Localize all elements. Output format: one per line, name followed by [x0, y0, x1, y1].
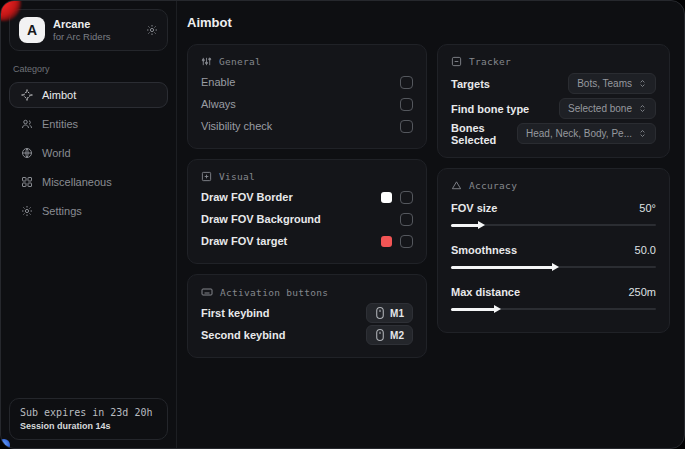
settings-gear-icon[interactable] — [146, 24, 158, 36]
setting-label: First keybind — [201, 307, 269, 319]
section-title: Tracker — [469, 56, 511, 67]
setting-label: FOV size — [451, 202, 497, 214]
sidebar: A Arcane for Arc Riders Category Aimbot — [1, 1, 177, 448]
slider-value: 50° — [639, 202, 656, 214]
main-content: Aimbot General Enable Alw — [177, 1, 684, 448]
sidebar-item-world[interactable]: World — [9, 140, 168, 166]
visibility-check-checkbox[interactable] — [400, 120, 413, 133]
setting-label: Targets — [451, 78, 490, 90]
slider-fill — [451, 224, 480, 227]
setting-row-second-keybind: Second keybind M2 — [201, 324, 413, 346]
max-distance-slider[interactable] — [451, 303, 656, 315]
sidebar-item-entities[interactable]: Entities — [9, 111, 168, 137]
sidebar-item-settings[interactable]: Settings — [9, 198, 168, 224]
always-checkbox[interactable] — [400, 98, 413, 111]
setting-label: Visibility check — [201, 120, 272, 132]
app-name: Arcane — [53, 18, 138, 30]
slider-thumb[interactable] — [494, 305, 501, 313]
setting-label: Draw FOV target — [201, 235, 287, 247]
mouse-icon — [375, 307, 385, 319]
setting-row-fov-background: Draw FOV Background — [201, 208, 413, 230]
general-card: General Enable Always Visibility check — [187, 44, 427, 149]
brand-card: A Arcane for Arc Riders — [9, 9, 168, 51]
second-keybind-button[interactable]: M2 — [366, 325, 413, 345]
setting-label: Bones Selected — [451, 122, 517, 146]
sidebar-item-aimbot[interactable]: Aimbot — [9, 82, 168, 108]
crosshair-icon — [20, 89, 33, 101]
slider-fill — [451, 308, 496, 311]
keyboard-icon — [201, 286, 213, 298]
setting-row-enable: Enable — [201, 71, 413, 93]
accuracy-card: Accuracy FOV size 50° — [437, 168, 670, 333]
setting-label: Max distance — [451, 286, 520, 298]
setting-row-first-keybind: First keybind M1 — [201, 302, 413, 324]
session-duration-text: Session duration 14s — [20, 421, 157, 431]
keybind-value: M1 — [390, 308, 404, 319]
keybind-value: M2 — [390, 330, 404, 341]
image-icon — [201, 171, 212, 182]
setting-label: Enable — [201, 76, 235, 88]
slider-thumb[interactable] — [478, 221, 485, 229]
setting-label: Draw FOV Background — [201, 213, 321, 225]
app-window: A Arcane for Arc Riders Category Aimbot — [0, 0, 685, 449]
entities-icon — [20, 118, 33, 130]
section-title: Activation buttons — [220, 287, 328, 298]
bones-selected-select[interactable]: Head, Neck, Body, Pe... — [517, 123, 656, 144]
sidebar-nav: Aimbot Entities World Miscellaneous — [9, 82, 168, 224]
setting-row-always: Always — [201, 93, 413, 115]
subscription-status-card: Sub expires in 23d 20h Session duration … — [9, 398, 168, 440]
tracker-card: Tracker Targets Bots, Teams Find bone ty… — [437, 44, 670, 158]
select-value: Bots, Teams — [577, 78, 632, 89]
sidebar-item-label: Entities — [42, 118, 78, 130]
setting-label: Find bone type — [451, 103, 529, 115]
chevron-updown-icon — [638, 78, 647, 89]
category-label: Category — [13, 64, 164, 74]
brand-text: Arcane for Arc Riders — [53, 18, 138, 42]
setting-label: Draw FOV Border — [201, 191, 293, 203]
smoothness-slider-group: Smoothness 50.0 — [451, 241, 656, 279]
select-value: Head, Neck, Body, Pe... — [526, 128, 632, 139]
select-value: Selected bone — [568, 103, 632, 114]
enable-checkbox[interactable] — [400, 76, 413, 89]
slider-fill — [451, 266, 554, 269]
first-keybind-button[interactable]: M1 — [366, 303, 413, 323]
slider-value: 50.0 — [635, 244, 656, 256]
fov-size-slider[interactable] — [451, 219, 656, 231]
section-title: General — [219, 56, 261, 67]
gear-icon — [20, 205, 33, 217]
sliders-icon — [201, 56, 212, 67]
setting-row-bones-selected: Bones Selected Head, Neck, Body, Pe... — [451, 121, 656, 146]
targets-select[interactable]: Bots, Teams — [568, 73, 656, 94]
chevron-updown-icon — [638, 128, 647, 139]
setting-row-fov-target: Draw FOV target — [201, 230, 413, 252]
fov-border-color-swatch[interactable] — [381, 192, 392, 203]
sidebar-item-label: World — [42, 147, 71, 159]
fov-border-checkbox[interactable] — [400, 191, 413, 204]
section-title: Accuracy — [469, 180, 517, 191]
app-logo: A — [19, 17, 45, 43]
fov-background-checkbox[interactable] — [400, 213, 413, 226]
setting-label: Always — [201, 98, 236, 110]
triangle-icon — [451, 180, 462, 191]
setting-label: Smoothness — [451, 244, 517, 256]
section-title: Visual — [219, 171, 255, 182]
find-bone-type-select[interactable]: Selected bone — [559, 98, 656, 119]
mouse-icon — [375, 329, 385, 341]
smoothness-slider[interactable] — [451, 261, 656, 273]
fov-target-checkbox[interactable] — [400, 235, 413, 248]
slider-thumb[interactable] — [552, 263, 559, 271]
app-subtitle: for Arc Riders — [53, 31, 138, 42]
sidebar-item-miscellaneous[interactable]: Miscellaneous — [9, 169, 168, 195]
slider-value: 250m — [628, 286, 656, 298]
fov-size-slider-group: FOV size 50° — [451, 199, 656, 237]
sidebar-item-label: Aimbot — [42, 89, 76, 101]
fov-target-color-swatch[interactable] — [381, 236, 392, 247]
setting-row-targets: Targets Bots, Teams — [451, 71, 656, 96]
setting-label: Second keybind — [201, 329, 285, 341]
grid-icon — [20, 176, 33, 188]
chevron-updown-icon — [638, 103, 647, 114]
page-title: Aimbot — [187, 15, 670, 30]
sub-expiry-text: Sub expires in 23d 20h — [20, 407, 157, 418]
setting-row-find-bone-type: Find bone type Selected bone — [451, 96, 656, 121]
visual-card: Visual Draw FOV Border Draw FOV Backgrou… — [187, 159, 427, 264]
